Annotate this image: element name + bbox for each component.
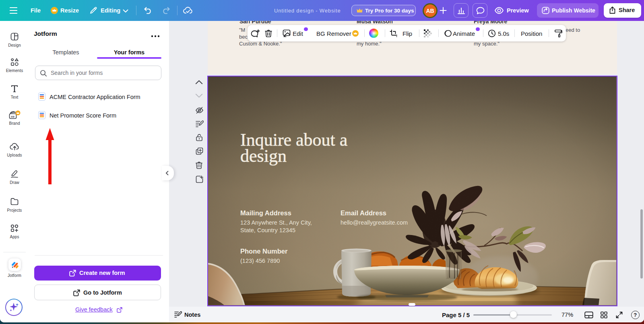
- svg-text:co: co: [11, 115, 14, 118]
